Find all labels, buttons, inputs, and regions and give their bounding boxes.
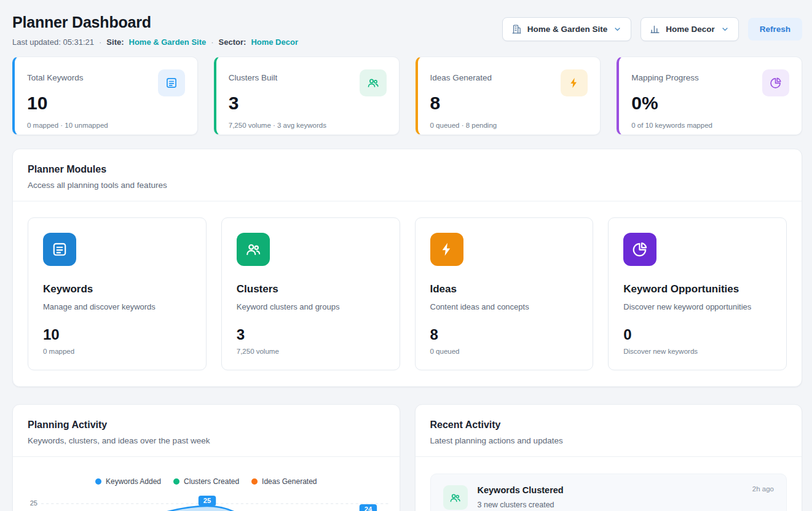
- header-actions: Home & Garden Site Home Decor Refresh: [502, 17, 802, 41]
- stat-detail: 0 mapped · 10 unmapped: [27, 122, 185, 129]
- stat-label: Clusters Built: [229, 69, 278, 82]
- module-card-keyword-opportunities[interactable]: Keyword Opportunities Discover new keywo…: [608, 217, 787, 370]
- stat-card-clusters-built: Clusters Built 3 7,250 volume · 3 avg ke…: [214, 57, 400, 135]
- recent-item-description: 3 new clusters created: [478, 501, 775, 509]
- last-updated-text: Last updated: 05:31:21: [12, 37, 94, 47]
- chart-canvas: 25 24: [41, 492, 391, 511]
- stat-card-ideas-generated: Ideas Generated 8 0 queued · 8 pending: [416, 57, 601, 135]
- legend-label: Ideas Generated: [262, 477, 317, 486]
- document-lines-icon: [158, 69, 185, 96]
- modules-section-subtitle: Access all planning tools and features: [28, 181, 787, 190]
- stat-detail: 7,250 volume · 3 avg keywords: [229, 122, 387, 129]
- chevron-down-icon: [613, 25, 622, 34]
- area-chart-svg: 25 24: [41, 492, 391, 511]
- recent-item-timestamp: 2h ago: [752, 485, 774, 493]
- module-title: Clusters: [237, 283, 385, 295]
- planning-activity-panel: Planning Activity Keywords, clusters, an…: [12, 404, 400, 511]
- svg-text:25: 25: [203, 497, 211, 505]
- refresh-button[interactable]: Refresh: [748, 18, 802, 41]
- stat-label: Ideas Generated: [430, 69, 492, 82]
- module-value: 10: [43, 326, 191, 343]
- chart-point-label: 25: [199, 496, 216, 506]
- page-title: Planner Dashboard: [12, 14, 298, 31]
- users-icon: [360, 69, 387, 96]
- recent-activity-title: Recent Activity: [430, 419, 787, 431]
- legend-dot: [251, 478, 258, 485]
- module-value: 3: [237, 326, 385, 343]
- module-detail: 7,250 volume: [237, 348, 385, 355]
- modules-section-title: Planner Modules: [28, 164, 787, 175]
- chart-legend: Keywords Added Clusters Created Ideas Ge…: [13, 477, 400, 486]
- stat-card-total-keywords: Total Keywords 10 0 mapped · 10 unmapped: [12, 57, 198, 135]
- site-label: Site:: [106, 37, 124, 47]
- legend-dot: [173, 478, 179, 485]
- users-icon: [443, 485, 468, 510]
- site-selector-dropdown[interactable]: Home & Garden Site: [502, 17, 632, 41]
- legend-item-ideas-generated[interactable]: Ideas Generated: [251, 477, 317, 486]
- recent-item-body: Keywords Clustered 2h ago 3 new clusters…: [478, 485, 775, 509]
- module-detail: Discover new keywords: [623, 348, 771, 355]
- legend-item-keywords-added[interactable]: Keywords Added: [95, 477, 161, 486]
- pie-chart-icon: [623, 233, 656, 266]
- module-description: Content ideas and concepts: [430, 302, 578, 311]
- recent-activity-panel: Recent Activity Latest planning actions …: [415, 404, 803, 511]
- module-description: Discover new keyword opportunities: [623, 302, 771, 311]
- legend-label: Clusters Created: [184, 477, 239, 486]
- header-meta: Last updated: 05:31:21 · Site: Home & Ga…: [12, 37, 298, 47]
- activity-chart: 25 25 24: [13, 492, 400, 511]
- stat-label: Mapping Progress: [631, 69, 699, 82]
- recent-activity-subtitle: Latest planning actions and updates: [430, 436, 787, 445]
- sector-selector-label: Home Decor: [666, 25, 715, 34]
- chevron-down-icon: [720, 25, 730, 34]
- module-value: 0: [623, 326, 771, 343]
- stat-detail: 0 of 10 keywords mapped: [631, 122, 789, 129]
- planner-dashboard-page: Planner Dashboard Last updated: 05:31:21…: [0, 0, 812, 511]
- module-title: Keywords: [43, 283, 191, 295]
- legend-dot: [95, 478, 101, 485]
- module-title: Ideas: [430, 283, 578, 295]
- stats-row: Total Keywords 10 0 mapped · 10 unmapped…: [12, 57, 802, 135]
- module-card-keywords[interactable]: Keywords Manage and discover keywords 10…: [28, 217, 207, 370]
- sector-selector-dropdown[interactable]: Home Decor: [641, 17, 739, 41]
- divider: [416, 456, 802, 457]
- module-detail: 0 queued: [430, 348, 578, 355]
- users-icon: [237, 233, 270, 266]
- module-value: 8: [430, 326, 578, 343]
- sector-link[interactable]: Home Decor: [251, 37, 298, 47]
- chart-point-label: 24: [360, 504, 377, 511]
- site-link[interactable]: Home & Garden Site: [129, 37, 207, 47]
- header-left: Planner Dashboard Last updated: 05:31:21…: [12, 11, 298, 47]
- pie-chart-icon: [762, 69, 789, 96]
- divider: [13, 456, 400, 457]
- modules-grid: Keywords Manage and discover keywords 10…: [13, 201, 802, 386]
- sector-label: Sector:: [219, 37, 246, 47]
- module-title: Keyword Opportunities: [623, 283, 771, 295]
- meta-separator: ·: [99, 37, 101, 47]
- lightning-icon: [430, 233, 463, 266]
- y-axis-tick-label: 25: [24, 492, 41, 511]
- svg-text:24: 24: [365, 506, 372, 511]
- planning-activity-title: Planning Activity: [28, 419, 385, 431]
- planner-modules-panel: Planner Modules Access all planning tool…: [12, 149, 802, 387]
- site-selector-label: Home & Garden Site: [527, 25, 608, 34]
- lightning-icon: [561, 69, 588, 96]
- recent-item-title: Keywords Clustered: [478, 485, 564, 495]
- bottom-row: Planning Activity Keywords, clusters, an…: [12, 404, 802, 511]
- document-lines-icon: [43, 233, 76, 266]
- bar-chart-icon: [650, 24, 660, 34]
- stat-card-mapping-progress: Mapping Progress 0% 0 of 10 keywords map…: [617, 57, 802, 135]
- legend-label: Keywords Added: [106, 477, 161, 486]
- recent-activity-item: Keywords Clustered 2h ago 3 new clusters…: [430, 474, 787, 511]
- module-card-ideas[interactable]: Ideas Content ideas and concepts 8 0 que…: [415, 217, 594, 370]
- header: Planner Dashboard Last updated: 05:31:21…: [12, 11, 802, 47]
- meta-separator: ·: [211, 37, 213, 47]
- module-description: Keyword clusters and groups: [237, 302, 385, 311]
- planning-activity-subtitle: Keywords, clusters, and ideas over the p…: [28, 436, 385, 445]
- module-detail: 0 mapped: [43, 348, 191, 355]
- legend-item-clusters-created[interactable]: Clusters Created: [173, 477, 239, 486]
- module-card-clusters[interactable]: Clusters Keyword clusters and groups 3 7…: [221, 217, 400, 370]
- module-description: Manage and discover keywords: [43, 302, 191, 311]
- stat-detail: 0 queued · 8 pending: [430, 122, 588, 129]
- stat-label: Total Keywords: [27, 69, 84, 82]
- building-icon: [511, 24, 522, 34]
